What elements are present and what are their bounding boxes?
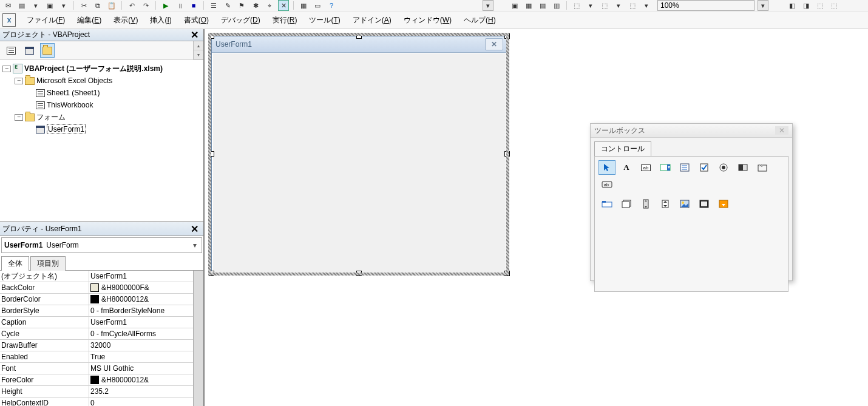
close-icon[interactable]: ✕: [775, 126, 788, 135]
tool-label[interactable]: A: [618, 160, 635, 175]
close-icon[interactable]: ✕: [485, 38, 503, 50]
collapse-icon[interactable]: −: [15, 78, 23, 84]
prop-value[interactable]: 32000: [89, 340, 204, 351]
menu-d[interactable]: デバッグ(D): [215, 13, 266, 28]
prop-value[interactable]: UserForm1: [89, 317, 204, 328]
tool-checkbox[interactable]: [696, 160, 713, 175]
prop-value[interactable]: MS UI Gothic: [89, 363, 204, 374]
chevron-down-icon[interactable]: ▾: [189, 239, 200, 251]
menu-r[interactable]: 実行(R): [266, 13, 303, 28]
menu-w[interactable]: ウィンドウ(W): [398, 13, 458, 28]
toolbar-icon[interactable]: ☰: [208, 0, 219, 11]
collapse-icon[interactable]: −: [15, 114, 23, 121]
toolbar-dropdown-icon[interactable]: ▾: [613, 0, 624, 11]
prop-row[interactable]: (オブジェクト名)UserForm1: [0, 271, 203, 282]
tree-item-thisworkbook[interactable]: ThisWorkbook: [1, 99, 202, 111]
toolbox-tab-controls[interactable]: コントロール: [594, 141, 651, 156]
close-icon[interactable]: ✕: [188, 29, 201, 41]
tool-multipage[interactable]: [618, 197, 635, 211]
tool-pointer[interactable]: [598, 160, 615, 175]
toolbar-icon[interactable]: ▭: [312, 0, 323, 11]
tool-combobox[interactable]: [657, 160, 674, 175]
collapse-icon[interactable]: −: [2, 66, 11, 72]
prop-row[interactable]: Height235.2: [0, 386, 203, 398]
align-icon[interactable]: ▤: [537, 0, 548, 11]
help-icon[interactable]: ?: [326, 0, 337, 11]
align-icon[interactable]: ⬚: [571, 0, 582, 11]
toolbar-dropdown-icon[interactable]: ▾: [30, 0, 41, 11]
prop-row[interactable]: BorderColor&H80000012&: [0, 294, 203, 305]
toolbar-icon[interactable]: ⬚: [815, 0, 826, 11]
tree-root[interactable]: − VBAProject (ユーザーフォーム説明.xlsm): [1, 63, 202, 75]
toolbar-icon[interactable]: ↶: [126, 0, 137, 11]
properties-grid[interactable]: (オブジェクト名)UserForm1BackColor&H8000000F&Bo…: [0, 271, 203, 406]
prop-row[interactable]: BorderStyle0 - fmBorderStyleNone: [0, 305, 203, 317]
tool-tabstrip[interactable]: [598, 197, 615, 211]
prop-value[interactable]: 235.2: [89, 386, 204, 398]
form-designer[interactable]: UserForm1 ✕ ツールボックス ✕ コントロール: [204, 29, 868, 406]
toolbar-icon[interactable]: ✉: [2, 0, 13, 11]
prop-row[interactable]: HelpContextID0: [0, 398, 203, 407]
object-selector[interactable]: UserForm1 UserForm ▾: [1, 237, 202, 253]
prop-value[interactable]: &H80000012&: [89, 294, 204, 305]
tool-frame[interactable]: xy: [754, 160, 771, 175]
toolbar-icon[interactable]: ✱: [250, 0, 261, 11]
tool-refedit[interactable]: [696, 197, 713, 211]
prop-row[interactable]: FontMS UI Gothic: [0, 363, 203, 374]
menu-f[interactable]: ファイル(F): [21, 13, 71, 28]
properties-scrollbar[interactable]: [193, 271, 203, 406]
tool-commandbutton[interactable]: ab: [598, 177, 615, 192]
toolbar-icon[interactable]: ▤: [16, 0, 27, 11]
tool-listbox[interactable]: [676, 160, 693, 175]
resize-handle[interactable]: [209, 271, 214, 276]
toolbar-dropdown-icon[interactable]: ▾: [641, 0, 652, 11]
toolbar-dropdown-icon[interactable]: ▾: [758, 0, 768, 11]
tree-folder-forms[interactable]: − フォーム: [1, 111, 202, 123]
resize-handle[interactable]: [504, 151, 510, 157]
align-icon[interactable]: ▦: [523, 0, 534, 11]
menu-o[interactable]: 書式(O): [178, 13, 215, 28]
prop-value[interactable]: UserForm1: [89, 271, 204, 282]
prop-row[interactable]: Cycle0 - fmCycleAllForms: [0, 328, 203, 340]
tool-scrollbar[interactable]: [637, 197, 654, 211]
toggle-folders-button[interactable]: [40, 43, 55, 58]
toolbar-icon[interactable]: 📋: [106, 0, 117, 11]
toolbar-dropdown-icon[interactable]: ▾: [585, 0, 596, 11]
prop-value[interactable]: True: [89, 351, 204, 363]
toolbar-icon[interactable]: ✎: [222, 0, 233, 11]
tool-spinbutton[interactable]: [657, 197, 674, 211]
toolbar-dropdown-icon[interactable]: ▾: [483, 0, 493, 11]
align-icon[interactable]: ⬚: [599, 0, 610, 11]
tab-categorized[interactable]: 項目別: [30, 256, 66, 271]
toolbar-icon[interactable]: ⚑: [236, 0, 247, 11]
toolbox-titlebar[interactable]: ツールボックス ✕: [591, 124, 792, 138]
prop-row[interactable]: DrawBuffer32000: [0, 340, 203, 351]
tab-all[interactable]: 全体: [1, 256, 29, 271]
tree-item-sheet1[interactable]: Sheet1 (Sheet1): [1, 87, 202, 99]
userform-window[interactable]: UserForm1 ✕: [211, 36, 507, 274]
align-icon[interactable]: ▥: [551, 0, 562, 11]
stop-icon[interactable]: ■: [188, 0, 199, 11]
tool-togglebutton[interactable]: [734, 160, 751, 175]
view-code-button[interactable]: [4, 43, 18, 58]
resize-handle[interactable]: [209, 151, 214, 157]
prop-row[interactable]: ForeColor&H80000012&: [0, 374, 203, 386]
run-icon[interactable]: ▶: [160, 0, 171, 11]
toolbar-icon[interactable]: ⌖: [264, 0, 275, 11]
menu-e[interactable]: 編集(E): [71, 13, 107, 28]
prop-value[interactable]: &H80000012&: [89, 374, 204, 386]
toolbar-dropdown-icon[interactable]: ▾: [58, 0, 69, 11]
menu-a[interactable]: アドイン(A): [347, 13, 398, 28]
resize-handle[interactable]: [209, 33, 214, 39]
tree-item-userform1[interactable]: UserForm1: [1, 123, 202, 135]
resize-handle[interactable]: [504, 271, 510, 276]
tool-image[interactable]: [676, 197, 693, 211]
resize-handle[interactable]: [356, 271, 362, 276]
toolbar-icon[interactable]: ✂: [78, 0, 89, 11]
toolbar-icon[interactable]: ▦: [298, 0, 309, 11]
toolbar-icon[interactable]: ◨: [801, 0, 812, 11]
tool-textbox[interactable]: ab: [637, 160, 654, 175]
resize-handle[interactable]: [504, 33, 510, 39]
tree-folder-excel-objects[interactable]: − Microsoft Excel Objects: [1, 75, 202, 87]
prop-row[interactable]: BackColor&H8000000F&: [0, 282, 203, 294]
